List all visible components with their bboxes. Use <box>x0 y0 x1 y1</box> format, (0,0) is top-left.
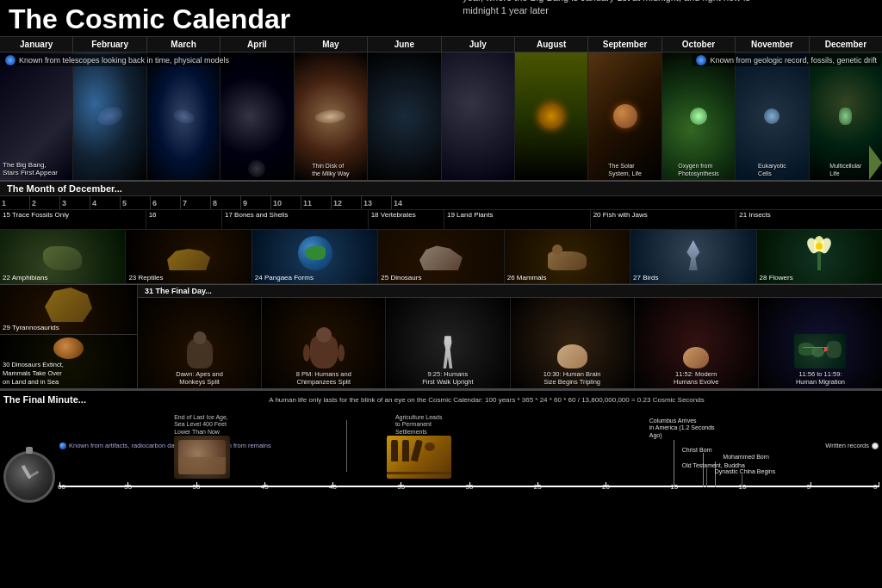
month-img-aug <box>515 53 588 180</box>
month-img-feb <box>73 53 146 180</box>
month-feb: February <box>73 37 146 52</box>
mohammed-label: Mohammed Born <box>723 454 769 460</box>
event-brain-size: 10:30: Human BrainSize Begins Tripling <box>511 298 635 388</box>
event-16: 16 <box>146 210 222 229</box>
header: The Cosmic Calendar The 13.8 billion yea… <box>0 0 882 36</box>
dn-4: 4 <box>90 196 121 209</box>
month-aug: August <box>515 37 588 52</box>
christ-label: Christ Born <box>682 447 712 453</box>
may-label: Thin Disk ofthe Milky Way <box>312 163 349 177</box>
month-img-jun <box>368 53 441 180</box>
dn-3: 3 <box>60 196 90 209</box>
main-title: The Cosmic Calendar <box>9 5 290 33</box>
artifacts-icon <box>59 443 66 449</box>
event-walk-label: 9:25: HumansFirst Walk Upright <box>422 370 473 386</box>
month-jul: July <box>442 37 515 52</box>
month-img-oct: Oxygen fromPhotosynthesis <box>662 53 736 180</box>
event-pangaea: 24 Pangaea Forms <box>252 230 378 283</box>
dn-9: 9 <box>241 196 271 209</box>
month-img-mar <box>147 53 220 180</box>
fm-header: The Final Minute... A human life only la… <box>3 394 879 405</box>
event-chimp-split: 8 PM: Humans andChimpanzees Split <box>262 298 386 388</box>
agriculture-label: Agriculture Leadsto PermanentSettlements <box>395 414 456 436</box>
written-records-icon <box>872 443 879 449</box>
event-vertebrates: 18 Vertebrates <box>369 210 444 229</box>
sep-label: The SolarSystem, Life <box>608 163 642 177</box>
dn-5: 5 <box>121 196 151 209</box>
final-day-grid: 29 Tyrannosaurids 30 Dinosaurs Extinct,M… <box>0 285 882 388</box>
month-jan: January <box>0 37 73 52</box>
fd-right-header: 31 The Final Day... <box>138 285 882 298</box>
event-tyrannosaurids: 29 Tyrannosaurids <box>0 285 137 334</box>
fd-right-content: Dawn: Apes andMonkeys Split 8 PM: Humans… <box>138 298 882 388</box>
top-section: Known from telescopes looking back in ti… <box>0 53 882 182</box>
dn-6: 6 <box>151 196 181 209</box>
stopwatch-icon <box>3 451 55 503</box>
jan-label: The Big Bang,Stars First Appear <box>3 161 58 177</box>
tick-0: 0 <box>873 483 877 491</box>
month-img-jul <box>442 53 515 180</box>
month-may: May <box>295 37 368 52</box>
fd-right: 31 The Final Day... Dawn: Apes andMonkey… <box>138 285 882 388</box>
dec-num-row1: 1 2 3 4 5 6 7 8 9 10 11 12 13 14 <box>0 196 882 210</box>
month-img-jan: The Big Bang,Stars First Appear <box>0 53 73 180</box>
event-migration-label: 11:56 to 11:59:Human Migration <box>796 370 845 386</box>
event-bones: 17 Bones and Shells <box>222 210 369 229</box>
dn-12: 12 <box>332 196 362 209</box>
event-dinosaurs: 25 Dinosaurs <box>378 230 504 283</box>
event-trace-fossils: 15 Trace Fossils Only <box>0 210 146 229</box>
final-day-section: 29 Tyrannosaurids 30 Dinosaurs Extinct,M… <box>0 285 882 389</box>
event-apes-label: Dawn: Apes andMonkeys Split <box>176 370 223 386</box>
section-arrow <box>869 145 882 180</box>
fm-subtitle: A human life only lasts for the blink of… <box>95 396 879 404</box>
columbus-label: Columbus Arrivesin America (1.2 Seconds … <box>649 418 727 439</box>
dec-top-label: MulticellularLife <box>829 163 861 177</box>
month-sep: September <box>588 37 662 52</box>
fm-content: Known from artifacts, radiocarbon dating… <box>3 408 879 503</box>
subtitle: The 13.8 billion year history of the uni… <box>463 0 755 16</box>
nov-label: EukaryoticCells <box>758 163 786 177</box>
event-land-plants: 19 Land Plants <box>444 210 591 229</box>
dn-8: 8 <box>211 196 241 209</box>
dn-14: 14 <box>392 196 422 209</box>
month-nov: November <box>736 37 809 52</box>
dn-11: 11 <box>301 196 332 209</box>
event-modern-label: 11:52: ModernHumans Evolve <box>674 370 719 386</box>
event-reptiles: 23 Reptiles <box>126 230 252 283</box>
month-img-may: Thin Disk ofthe Milky Way <box>295 53 368 180</box>
month-img-sep: The SolarSystem, Life <box>588 53 662 180</box>
event-walk-upright: 9:25: HumansFirst Walk Upright <box>386 298 510 388</box>
fd-left: 29 Tyrannosaurids 30 Dinosaurs Extinct,M… <box>0 285 138 388</box>
dec-text-row1: 15 Trace Fossils Only 16 17 Bones and Sh… <box>0 210 882 230</box>
fm-title: The Final Minute... <box>3 394 86 405</box>
dec-img-row: 22 Amphibians 23 Reptiles 24 Pangaea For… <box>0 230 882 284</box>
title-block: The Cosmic Calendar <box>9 5 290 33</box>
month-apr: April <box>220 37 294 52</box>
december-section: The Month of December... 1 2 3 4 5 6 7 8… <box>0 182 882 285</box>
dn-7: 7 <box>181 196 211 209</box>
month-dec: December <box>810 37 882 52</box>
event-chimp-label: 8 PM: Humans andChimpanzees Split <box>296 370 351 386</box>
banner-left: Known from telescopes looking back in ti… <box>2 54 233 66</box>
event-fish-jaws: 20 Fish with Jaws <box>591 210 737 229</box>
old-testament-label: Old Testament, Buddha <box>682 462 745 468</box>
dynastic-china-label: Dynastic China Begins <box>715 468 775 474</box>
month-oct: October <box>662 37 736 52</box>
month-mar: March <box>147 37 220 52</box>
final-minute-section: The Final Minute... A human life only la… <box>0 389 882 506</box>
event-mammals: 26 Mammals <box>505 230 630 283</box>
months-bar: January February March April May June Ju… <box>0 36 882 53</box>
fm-label-artifacts: Known from artifacts, radiocarbon dating… <box>59 410 271 481</box>
top-image-cells: The Big Bang,Stars First Appear Thin Dis… <box>0 53 882 180</box>
month-img-nov: EukaryoticCells <box>736 53 809 180</box>
event-flowers: 28 Flowers <box>757 230 882 283</box>
geologic-icon <box>696 55 706 65</box>
dn-2: 2 <box>30 196 60 209</box>
agriculture-image <box>387 436 451 479</box>
event-insects: 21 Insects <box>736 210 882 229</box>
event-migration: 11:56 to 11:59:Human Migration <box>759 298 882 388</box>
dn-13: 13 <box>362 196 392 209</box>
dn-1: 1 <box>0 196 30 209</box>
month-jun: June <box>368 37 441 52</box>
ice-age-image <box>174 436 230 479</box>
